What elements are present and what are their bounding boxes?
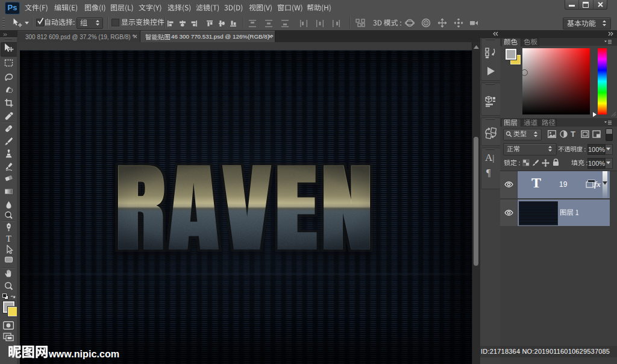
svg-text:T: T bbox=[6, 234, 11, 243]
